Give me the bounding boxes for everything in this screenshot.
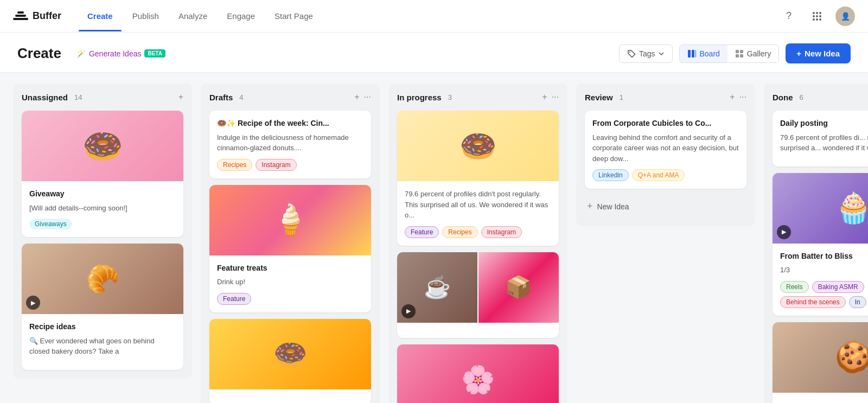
card-recipe-ideas[interactable]: 🥐▶Recipe ideas🔍 Ever wondered what goes … — [22, 244, 183, 370]
tag-feature[interactable]: Feature — [405, 226, 439, 238]
tag-feature[interactable]: Feature — [217, 293, 251, 305]
card-giveaway[interactable]: 🍩Giveaway[Will add details--coming soon!… — [22, 111, 183, 237]
card-from-batter[interactable]: 🧁▶From Batter to Bliss1/3ReelsBaking ASM… — [773, 173, 868, 316]
card-text-daily-posting: 79.6 percent of profiles di... regularly… — [780, 132, 868, 153]
user-avatar[interactable]: 👤 — [835, 7, 855, 26]
help-button[interactable]: ? — [779, 7, 799, 26]
nav-create[interactable]: Create — [79, 7, 122, 25]
add-column-button-in-progress[interactable]: + — [542, 92, 547, 102]
card-text-feature-treats: Drink up! — [217, 277, 363, 287]
gallery-label: Gallery — [747, 49, 771, 58]
logo[interactable]: Buffer — [13, 10, 61, 22]
new-idea-label: New Idea — [805, 49, 840, 58]
card-body-in-progress-1: 79.6 percent of profiles didn't post reg… — [397, 181, 559, 246]
card-in-progress-1[interactable]: 🍩79.6 percent of profiles didn't post re… — [397, 111, 559, 246]
card-title-from-batter: From Batter to Bliss — [780, 251, 868, 262]
tag-baking[interactable]: Baking ASMR — [812, 281, 864, 293]
tag-qna[interactable]: Q+A and AMA — [632, 169, 685, 181]
add-idea-row-review[interactable]: +New Idea — [585, 195, 746, 218]
column-menu-review[interactable]: ··· — [739, 92, 746, 102]
card-text-giveaway: [Will add details--coming soon!] — [29, 203, 176, 214]
svg-point-9 — [813, 18, 815, 21]
card-done-baking[interactable]: 🍪 — [773, 322, 868, 403]
svg-point-6 — [813, 15, 815, 17]
column-header-unassigned: Unassigned14+ — [22, 92, 183, 102]
buffer-logo-icon — [13, 10, 28, 22]
svg-point-10 — [816, 18, 818, 21]
card-feature-treats[interactable]: 🍦Feature treatsDrink up!Feature — [209, 185, 371, 312]
nav-links: Create Publish Analyze Engage Start Page — [79, 7, 779, 25]
add-column-button-review[interactable]: + — [730, 92, 735, 102]
nav-engage[interactable]: Engage — [218, 7, 264, 25]
board-view-button[interactable]: Board — [680, 45, 727, 62]
generate-ideas-button[interactable]: 🪄 Generate Ideas Beta — [70, 46, 172, 61]
add-column-button-unassigned[interactable]: + — [178, 92, 183, 102]
nav-publish[interactable]: Publish — [124, 7, 168, 25]
board-icon — [687, 49, 696, 58]
chevron-down-icon — [658, 50, 665, 57]
card-body-done-baking — [773, 393, 868, 403]
card-text-in-progress-1: 79.6 percent of profiles didn't post reg… — [405, 189, 551, 221]
card-title-recipe-week: 🍩✨ Recipe of the week: Cin... — [217, 118, 363, 129]
beta-badge: Beta — [144, 49, 165, 57]
tag-instagram[interactable]: Instagram — [256, 159, 296, 171]
tag-reels[interactable]: Reels — [780, 281, 809, 293]
board: Unassigned14+🍩Giveaway[Will add details-… — [0, 73, 868, 403]
tag-behind[interactable]: Behind the scenes — [780, 296, 846, 308]
card-daily-posting[interactable]: Daily posting79.6 percent of profiles di… — [773, 111, 868, 167]
header-right: Tags Board Galler — [619, 43, 851, 63]
column-menu-in-progress[interactable]: ··· — [552, 92, 559, 102]
card-body-draft-donut — [209, 389, 371, 403]
add-column-button-drafts[interactable]: + — [354, 92, 359, 102]
card-corporate[interactable]: From Corporate Cubicles to Co...Leaving … — [585, 111, 746, 189]
tag-recipes[interactable]: Recipes — [442, 226, 477, 238]
svg-rect-14 — [692, 50, 694, 57]
svg-rect-16 — [736, 50, 739, 53]
card-title-feature-treats: Feature treats — [217, 263, 363, 274]
column-count-done: 6 — [800, 93, 803, 101]
nav-analyze[interactable]: Analyze — [170, 7, 216, 25]
card-text-recipe-week: Indulge in the deliciousness of homemade… — [217, 132, 363, 153]
column-done: Done6+···Daily posting79.6 percent of pr… — [764, 84, 868, 403]
svg-rect-13 — [688, 50, 691, 57]
card-text-corporate: Leaving behind the comfort and security … — [592, 132, 739, 164]
tag-in[interactable]: In — [849, 296, 866, 308]
card-body-corporate: From Corporate Cubicles to Co...Leaving … — [585, 111, 746, 189]
tags-button[interactable]: Tags — [619, 44, 673, 63]
column-header-review: Review1+··· — [585, 92, 746, 102]
tag-instagram[interactable]: Instagram — [481, 226, 522, 238]
new-idea-button[interactable]: + New Idea — [786, 43, 851, 63]
column-menu-drafts[interactable]: ··· — [364, 92, 371, 102]
card-tags-corporate: LinkedinQ+A and AMA — [592, 169, 739, 181]
nav-startpage[interactable]: Start Page — [266, 7, 322, 25]
tag-recipes[interactable]: Recipes — [217, 159, 252, 171]
card-text-recipe-ideas: 🔍 Ever wondered what goes on behind clos… — [29, 336, 176, 357]
column-review: Review1+···From Corporate Cubicles to Co… — [576, 84, 755, 226]
card-body-recipe-ideas: Recipe ideas🔍 Ever wondered what goes on… — [22, 314, 183, 370]
apps-button[interactable] — [807, 7, 827, 26]
svg-point-4 — [816, 12, 818, 14]
card-in-progress-2[interactable]: ☕📦▶ — [397, 252, 559, 338]
logo-text: Buffer — [33, 10, 61, 22]
plus-icon: + — [796, 49, 801, 58]
card-recipe-week[interactable]: 🍩✨ Recipe of the week: Cin...Indulge in … — [209, 111, 371, 178]
tag-linkedin[interactable]: Linkedin — [592, 169, 629, 181]
svg-rect-1 — [15, 15, 26, 17]
column-count-in-progress: 3 — [448, 93, 452, 101]
card-draft-donut[interactable]: 🍩 — [209, 319, 371, 403]
svg-rect-17 — [740, 50, 743, 53]
svg-rect-18 — [736, 54, 739, 57]
svg-rect-15 — [695, 50, 696, 57]
gallery-icon — [735, 49, 744, 58]
generate-ideas-label: Generate Ideas — [89, 49, 142, 58]
card-body-in-progress-2 — [397, 323, 559, 338]
card-in-progress-3[interactable]: 🌸 — [397, 344, 559, 404]
column-count-unassigned: 14 — [74, 93, 82, 101]
view-toggle: Board Gallery — [679, 44, 779, 63]
gallery-view-button[interactable]: Gallery — [727, 45, 778, 62]
column-header-drafts: Drafts4+··· — [209, 92, 371, 102]
tag-giveaways[interactable]: Giveaways — [29, 219, 72, 229]
svg-rect-19 — [740, 54, 743, 57]
card-body-recipe-week: 🍩✨ Recipe of the week: Cin...Indulge in … — [209, 111, 371, 178]
page-title: Create — [17, 45, 61, 62]
